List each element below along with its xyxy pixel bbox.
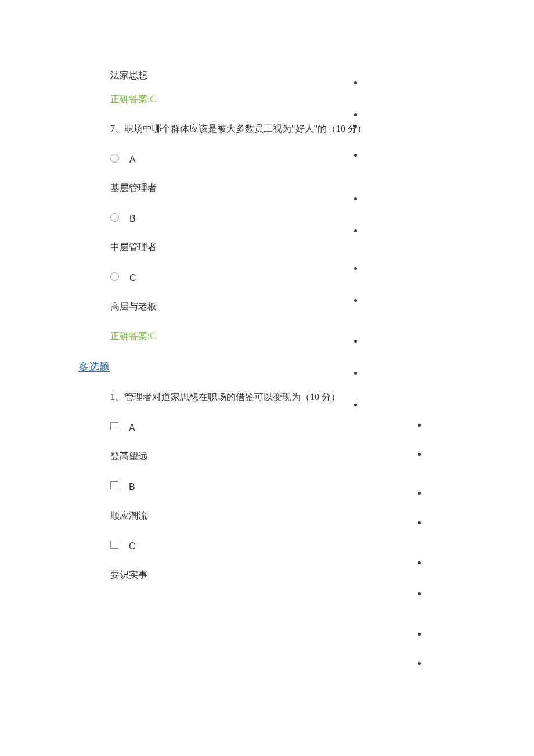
mq1-option-c[interactable]: C <box>110 539 534 552</box>
q7-option-b[interactable]: B <box>110 212 534 224</box>
option-label: C <box>129 541 136 552</box>
radio-icon[interactable] <box>110 213 119 222</box>
checkbox-icon[interactable] <box>110 422 118 430</box>
section-multichoice-link[interactable]: 多选题 <box>78 360 534 374</box>
q7-title: 7、职场中哪个群体应该是被大多数员工视为"好人"的（10 分） <box>110 123 534 135</box>
option-label: A <box>129 423 135 433</box>
option-label: B <box>129 482 135 492</box>
radio-icon[interactable] <box>110 272 119 281</box>
option-label: C <box>129 273 136 283</box>
q7-option-a[interactable]: A <box>110 153 534 165</box>
mq1-option-a-text: 登高望远 <box>110 451 534 463</box>
checkbox-icon[interactable] <box>110 481 118 489</box>
q7-option-c[interactable]: C <box>110 271 534 283</box>
mq1-title: 1、管理者对道家思想在职场的借鉴可以变现为（10 分） <box>110 391 534 404</box>
q7-answer: 正确答案:C <box>110 330 534 343</box>
radio-icon[interactable] <box>110 154 119 163</box>
q6-option-text: 法家思想 <box>110 70 534 82</box>
mq1-option-a[interactable]: A <box>110 421 534 433</box>
q6-answer: 正确答案:C <box>110 93 534 106</box>
q7-option-a-text: 基层管理者 <box>110 182 534 195</box>
option-label: A <box>129 154 136 165</box>
mq1-option-b[interactable]: B <box>110 480 534 492</box>
q7-option-c-text: 高层与老板 <box>110 301 534 313</box>
mq1-option-b-text: 顺应潮流 <box>110 510 534 522</box>
q7-option-b-text: 中层管理者 <box>110 242 534 254</box>
mq1-option-c-text: 要识实事 <box>110 569 534 581</box>
checkbox-icon[interactable] <box>110 541 118 549</box>
option-label: B <box>129 214 136 224</box>
